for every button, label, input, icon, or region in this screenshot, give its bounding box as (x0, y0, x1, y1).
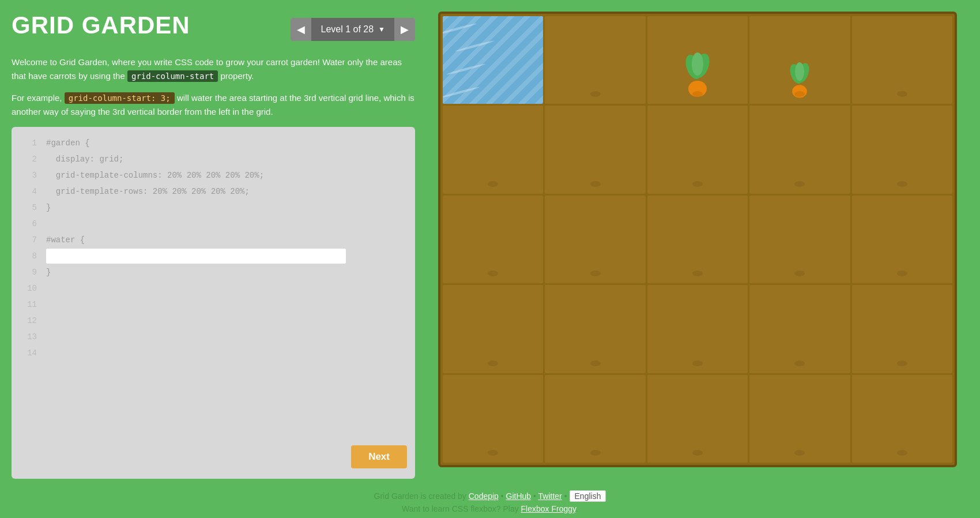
garden-cell-5-1 (443, 375, 543, 463)
garden-cell-1-2 (545, 16, 645, 104)
line-number-11: 11 (20, 300, 37, 309)
language-selector[interactable]: English (570, 490, 606, 502)
soil-detail (590, 181, 601, 187)
line-content-3: grid-template-columns: 20% 20% 20% 20% 2… (46, 171, 264, 180)
soil-detail (692, 271, 703, 276)
garden-cell-5-2 (545, 375, 645, 463)
line-number-6: 6 (20, 219, 37, 228)
garden-grid (443, 16, 952, 463)
garden-cell-1-4 (749, 16, 850, 104)
prev-level-button[interactable]: ◀ (291, 18, 311, 41)
footer-bullet2: • (531, 491, 538, 501)
soil-detail (897, 361, 907, 366)
code-lines: 1#garden {2 display: grid;3 grid-templat… (12, 135, 415, 440)
line-number-2: 2 (20, 155, 37, 164)
level-selector[interactable]: Level 1 of 28 ▼ (311, 18, 394, 41)
line-number-13: 13 (20, 332, 37, 341)
code-line-11: 11 (12, 296, 415, 313)
footer: Grid Garden is created by Codepip • GitH… (0, 485, 980, 518)
garden-cell-5-3 (647, 375, 748, 463)
svg-point-2 (692, 52, 703, 76)
level-label-text: Level 1 of 28 (321, 24, 374, 35)
app-title: GRID GARDEN (12, 12, 190, 39)
code-line-14: 14 (12, 345, 415, 361)
garden-cell-1-1 (443, 16, 543, 104)
soil-detail (794, 361, 805, 366)
code-line-10: 10 (12, 280, 415, 296)
carrot-plant (783, 60, 816, 104)
line-content-1: #garden { (46, 138, 90, 148)
soil-detail (794, 181, 805, 187)
soil-detail (488, 361, 498, 366)
footer-bullet3: • (562, 491, 570, 501)
garden-cell-1-3 (647, 16, 748, 104)
code-line-4: 4 grid-template-rows: 20% 20% 20% 20% 20… (12, 183, 415, 200)
twitter-link[interactable]: Twitter (538, 491, 562, 501)
garden-cell-4-4 (749, 285, 850, 373)
code-line-9: 9} (12, 264, 415, 280)
line-number-14: 14 (20, 348, 37, 358)
code-line-2: 2 display: grid; (12, 151, 415, 167)
codepip-link[interactable]: Codepip (469, 491, 499, 501)
wave-line (443, 86, 480, 99)
description-para2: For example, grid-column-start: 3; will … (12, 91, 415, 119)
garden-cell-3-4 (749, 196, 850, 283)
line-number-1: 1 (20, 138, 37, 148)
soil-detail (897, 450, 907, 456)
soil-detail (590, 361, 601, 366)
desc-para1-after: property. (218, 71, 254, 81)
level-navigation: ◀ Level 1 of 28 ▼ ▶ (291, 18, 415, 41)
soil-detail (897, 271, 907, 276)
garden-cell-4-5 (852, 285, 952, 373)
soil-detail (692, 450, 703, 456)
code-line-6: 6 (12, 216, 415, 232)
garden-container (438, 12, 957, 467)
soil-detail (794, 450, 805, 456)
water-waves (443, 16, 543, 104)
footer-line2-after: . (576, 504, 578, 513)
soil-detail (488, 271, 498, 276)
garden-cell-5-4 (749, 375, 850, 463)
footer-created-by: Grid Garden is created by (374, 491, 469, 501)
next-button[interactable]: Next (351, 445, 407, 468)
svg-point-6 (795, 62, 804, 81)
garden-cell-2-4 (749, 106, 850, 193)
soil-detail (590, 91, 601, 97)
wave-line (443, 22, 477, 35)
line-number-12: 12 (20, 316, 37, 325)
line-number-10: 10 (20, 284, 37, 293)
code-line-3: 3 grid-template-columns: 20% 20% 20% 20%… (12, 167, 415, 183)
soil-detail (897, 181, 907, 187)
garden-cell-3-5 (852, 196, 952, 283)
soil-detail (897, 91, 907, 97)
line-content-5: } (46, 203, 51, 212)
level-dropdown-arrow: ▼ (378, 25, 385, 33)
code-line-1: 1#garden { (12, 135, 415, 151)
code-inline-1: grid-column-start (127, 70, 218, 82)
garden-cell-2-2 (545, 106, 645, 193)
desc-para2-before: For example, (12, 93, 65, 103)
description-para1: Welcome to Grid Garden, where you write … (12, 55, 415, 83)
garden-cell-4-2 (545, 285, 645, 373)
soil-detail (692, 181, 703, 187)
wave-line (455, 40, 495, 52)
line-number-9: 9 (20, 268, 37, 277)
css-input[interactable] (46, 249, 346, 264)
soil-detail (590, 450, 601, 456)
wave-line (446, 63, 486, 76)
next-level-button[interactable]: ▶ (394, 18, 415, 41)
garden-cell-2-1 (443, 106, 543, 193)
footer-line2-before: Want to learn CSS flexbox? Play (402, 504, 521, 513)
code-line-8[interactable]: 8 (12, 248, 415, 264)
github-link[interactable]: GitHub (506, 491, 532, 501)
line-number-7: 7 (20, 235, 37, 245)
soil-detail (488, 450, 498, 456)
soil-detail (488, 181, 498, 187)
code-line-13: 13 (12, 329, 415, 345)
flexbox-froggy-link[interactable]: Flexbox Froggy (521, 504, 576, 513)
code-inline-2: grid-column-start: 3; (65, 92, 175, 104)
footer-line2: Want to learn CSS flexbox? Play Flexbox … (0, 504, 980, 513)
line-number-3: 3 (20, 171, 37, 180)
footer-bullet1: • (499, 491, 506, 501)
soil-detail (692, 361, 703, 366)
